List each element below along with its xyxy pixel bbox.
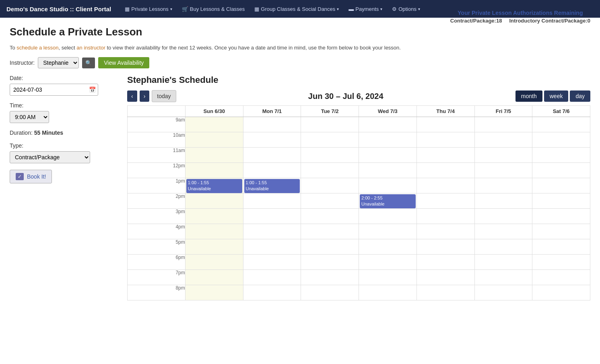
calendar-cell[interactable] xyxy=(185,193,243,209)
calendar-cell[interactable] xyxy=(243,193,301,209)
date-input[interactable] xyxy=(10,84,98,96)
calendar-next-button[interactable]: › xyxy=(140,90,150,102)
calendar-cell[interactable] xyxy=(416,209,474,224)
calendar-cell[interactable] xyxy=(301,239,359,255)
calendar-cell[interactable] xyxy=(185,163,243,178)
calendar-cell[interactable] xyxy=(474,163,532,178)
calendar-cell[interactable] xyxy=(301,285,359,300)
calendar-cell[interactable] xyxy=(532,209,590,224)
calendar-cell[interactable] xyxy=(301,132,359,148)
event-block[interactable]: 2:00 - 2:55Unavailable xyxy=(360,194,416,208)
calendar-cell[interactable] xyxy=(532,255,590,270)
nav-payments[interactable]: ▬ Payments ▾ xyxy=(344,4,386,14)
time-select[interactable]: 9:00 AM 9:30 AM 10:00 AM 10:30 AM 11:00 … xyxy=(10,111,49,123)
calendar-icon[interactable]: 📅 xyxy=(89,86,96,93)
calendar-cell[interactable] xyxy=(416,255,474,270)
calendar-cell[interactable] xyxy=(243,163,301,178)
calendar-cell[interactable] xyxy=(532,163,590,178)
calendar-today-button[interactable]: today xyxy=(152,90,176,102)
calendar-cell[interactable] xyxy=(301,178,359,193)
calendar-cell[interactable] xyxy=(185,117,243,132)
event-block[interactable]: 1:00 - 1:55Unavailable xyxy=(186,179,242,193)
calendar-cell[interactable] xyxy=(185,270,243,285)
nav-private-lessons[interactable]: ▦ Private Lessons ▾ xyxy=(121,4,176,14)
search-button[interactable]: 🔍 xyxy=(82,58,95,68)
event-block[interactable]: 1:00 - 1:55Unavailable xyxy=(244,179,300,193)
calendar-cell[interactable] xyxy=(532,270,590,285)
calendar-cell[interactable] xyxy=(416,163,474,178)
calendar-cell[interactable] xyxy=(243,239,301,255)
calendar-cell[interactable] xyxy=(301,117,359,132)
calendar-cell[interactable] xyxy=(359,163,417,178)
calendar-cell[interactable] xyxy=(185,255,243,270)
calendar-cell[interactable] xyxy=(185,148,243,163)
type-select[interactable]: Contract/Package Introductory Contract/P… xyxy=(10,151,90,163)
calendar-cell[interactable] xyxy=(416,270,474,285)
calendar-cell[interactable] xyxy=(185,285,243,300)
calendar-cell[interactable] xyxy=(416,239,474,255)
calendar-cell[interactable] xyxy=(532,178,590,193)
calendar-cell[interactable] xyxy=(243,132,301,148)
calendar-cell[interactable] xyxy=(474,148,532,163)
calendar-cell[interactable]: 2:00 - 2:55Unavailable xyxy=(359,193,417,209)
calendar-cell[interactable] xyxy=(416,132,474,148)
calendar-cell[interactable] xyxy=(416,193,474,209)
calendar-cell[interactable] xyxy=(359,117,417,132)
calendar-cell[interactable] xyxy=(359,209,417,224)
calendar-cell[interactable] xyxy=(474,255,532,270)
calendar-cell[interactable] xyxy=(474,209,532,224)
calendar-cell[interactable] xyxy=(474,285,532,300)
calendar-cell[interactable] xyxy=(532,193,590,209)
calendar-cell[interactable] xyxy=(474,178,532,193)
instructor-link[interactable]: an instructor xyxy=(76,45,105,51)
calendar-cell[interactable] xyxy=(532,285,590,300)
calendar-cell[interactable] xyxy=(301,224,359,239)
calendar-cell[interactable] xyxy=(474,239,532,255)
instructor-select[interactable]: Stephanie xyxy=(38,57,79,68)
calendar-cell[interactable] xyxy=(359,148,417,163)
calendar-cell[interactable] xyxy=(185,209,243,224)
calendar-cell[interactable] xyxy=(474,117,532,132)
calendar-cell[interactable] xyxy=(532,224,590,239)
book-button[interactable]: ✓ Book It! xyxy=(10,170,52,183)
calendar-cell[interactable] xyxy=(474,193,532,209)
nav-options[interactable]: ⚙ Options ▾ xyxy=(388,4,424,14)
calendar-cell[interactable] xyxy=(243,148,301,163)
calendar-cell[interactable] xyxy=(416,148,474,163)
calendar-cell[interactable] xyxy=(474,270,532,285)
calendar-cell[interactable] xyxy=(532,239,590,255)
calendar-week-button[interactable]: week xyxy=(544,90,569,102)
calendar-cell[interactable] xyxy=(301,148,359,163)
calendar-cell[interactable]: 1:00 - 1:55Unavailable xyxy=(243,178,301,193)
calendar-cell[interactable] xyxy=(359,224,417,239)
calendar-cell[interactable] xyxy=(301,193,359,209)
calendar-cell[interactable] xyxy=(359,178,417,193)
calendar-cell[interactable] xyxy=(301,163,359,178)
calendar-cell[interactable] xyxy=(359,132,417,148)
calendar-cell[interactable] xyxy=(359,239,417,255)
calendar-cell[interactable] xyxy=(243,117,301,132)
calendar-cell[interactable] xyxy=(185,239,243,255)
calendar-month-button[interactable]: month xyxy=(515,90,542,102)
calendar-cell[interactable] xyxy=(416,224,474,239)
calendar-day-button[interactable]: day xyxy=(570,90,590,102)
calendar-cell[interactable] xyxy=(532,117,590,132)
calendar-cell[interactable] xyxy=(532,132,590,148)
calendar-cell[interactable] xyxy=(243,285,301,300)
view-availability-button[interactable]: View Availability xyxy=(98,57,149,68)
calendar-cell[interactable] xyxy=(185,224,243,239)
nav-group-classes[interactable]: ▦ Group Classes & Social Dances ▾ xyxy=(250,4,343,14)
calendar-cell[interactable] xyxy=(301,255,359,270)
nav-buy-lessons[interactable]: 🛒 Buy Lessons & Classes xyxy=(178,4,249,14)
calendar-cell[interactable] xyxy=(416,285,474,300)
calendar-cell[interactable] xyxy=(301,209,359,224)
calendar-cell[interactable] xyxy=(185,132,243,148)
calendar-cell[interactable] xyxy=(532,148,590,163)
calendar-cell[interactable] xyxy=(243,209,301,224)
calendar-cell[interactable] xyxy=(416,117,474,132)
calendar-cell[interactable]: 1:00 - 1:55Unavailable xyxy=(185,178,243,193)
calendar-cell[interactable] xyxy=(474,224,532,239)
calendar-prev-button[interactable]: ‹ xyxy=(127,90,137,102)
schedule-link[interactable]: schedule a lesson xyxy=(16,45,58,51)
calendar-cell[interactable] xyxy=(243,224,301,239)
